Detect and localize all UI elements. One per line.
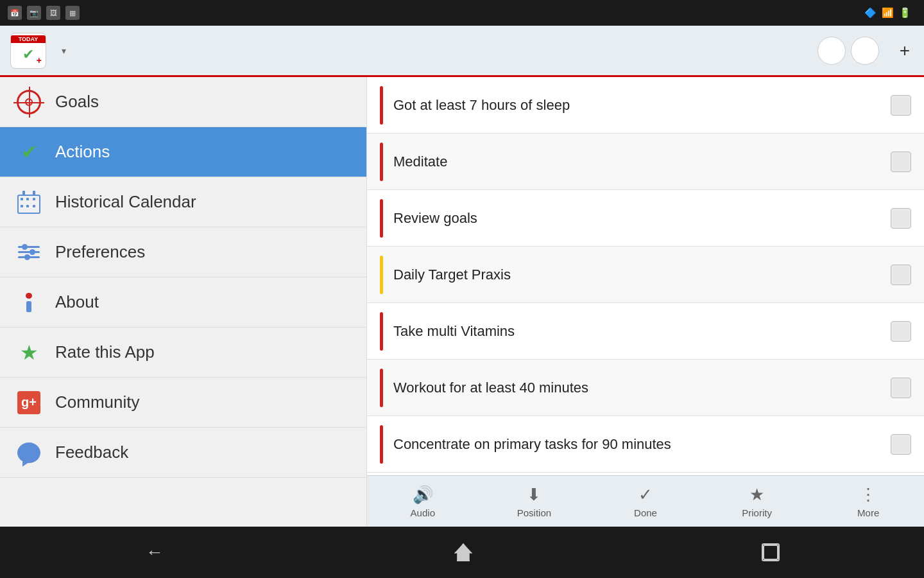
wifi-icon: 📶 bbox=[882, 7, 894, 19]
toolbar-item-done[interactable]: ✓Done bbox=[590, 480, 701, 523]
actions-icon: ✔ bbox=[15, 139, 42, 166]
add-plus-icon: + bbox=[900, 40, 910, 61]
action-text: Got at least 7 hours of sleep bbox=[393, 97, 891, 114]
action-item[interactable]: Meditate bbox=[367, 134, 924, 190]
action-text: Workout for at least 40 minutes bbox=[393, 380, 891, 396]
about-icon bbox=[15, 289, 42, 316]
action-list: Got at least 7 hours of sleepMeditateRev… bbox=[367, 77, 924, 475]
action-checkbox[interactable] bbox=[891, 152, 911, 172]
badge-count-1 bbox=[817, 37, 846, 65]
priority-bar bbox=[380, 86, 383, 125]
sidebar-label-goals: Goals bbox=[55, 92, 99, 112]
priority-bar bbox=[380, 312, 383, 351]
bluetooth-icon: 🔷 bbox=[864, 7, 877, 19]
back-button[interactable]: ← bbox=[146, 542, 164, 563]
logo-plus-icon: + bbox=[37, 55, 42, 66]
goals-icon bbox=[15, 89, 42, 116]
sidebar-item-rate-this-app[interactable]: ★ Rate this App bbox=[0, 328, 366, 378]
action-item[interactable]: Review goals bbox=[367, 190, 924, 247]
sidebar-label-community: Community bbox=[55, 392, 139, 412]
action-checkbox[interactable] bbox=[891, 208, 911, 229]
priority-bar bbox=[380, 256, 383, 294]
calendar-icon bbox=[15, 189, 42, 216]
sidebar-label-actions: Actions bbox=[55, 142, 110, 162]
position-label: Position bbox=[517, 507, 551, 518]
action-checkbox[interactable] bbox=[891, 95, 911, 116]
action-text: Take multi Vitamins bbox=[393, 323, 891, 340]
audio-label: Audio bbox=[411, 507, 435, 518]
action-checkbox[interactable] bbox=[891, 378, 911, 398]
action-text: Review goals bbox=[393, 210, 891, 227]
audio-icon: 🔊 bbox=[413, 485, 433, 505]
home-button[interactable] bbox=[454, 543, 472, 561]
sidebar-item-feedback[interactable]: Feedback bbox=[0, 428, 366, 478]
more-icon: ⋮ bbox=[860, 485, 877, 505]
action-item[interactable]: Workout for at least 40 minutes bbox=[367, 360, 924, 416]
bottom-toolbar: 🔊Audio⬇Position✓Done★Priority⋮More bbox=[367, 475, 924, 527]
day-dropdown-arrow[interactable]: ▾ bbox=[62, 46, 66, 56]
badge-count-2 bbox=[851, 37, 879, 65]
toolbar-item-more[interactable]: ⋮More bbox=[812, 480, 924, 523]
app-icon-4: ▦ bbox=[65, 6, 80, 20]
action-item[interactable]: Concentrate on primary tasks for 90 minu… bbox=[367, 416, 924, 473]
action-checkbox[interactable] bbox=[891, 434, 911, 455]
status-bar: 📅 📷 🖼 ▦ 🔷 📶 🔋 bbox=[0, 0, 924, 26]
sidebar-item-community[interactable]: g+ Community bbox=[0, 378, 366, 428]
recents-icon bbox=[763, 545, 778, 560]
sidebar-item-goals[interactable]: Goals bbox=[0, 77, 366, 127]
action-checkbox[interactable] bbox=[891, 265, 911, 285]
sidebar-label-historical-calendar: Historical Calendar bbox=[55, 192, 196, 212]
sidebar-label-rate-this-app: Rate this App bbox=[55, 342, 155, 362]
back-icon: ← bbox=[146, 542, 164, 563]
star-icon: ★ bbox=[15, 339, 42, 366]
badge-container bbox=[817, 37, 879, 65]
add-button[interactable]: + bbox=[900, 40, 914, 61]
toolbar-item-audio[interactable]: 🔊Audio bbox=[367, 480, 479, 523]
preferences-icon bbox=[15, 239, 42, 266]
position-icon: ⬇ bbox=[527, 485, 541, 505]
app-logo: TODAY ✔ + bbox=[10, 33, 46, 69]
nav-bar: ← bbox=[0, 527, 924, 578]
more-label: More bbox=[857, 507, 879, 518]
action-text: Daily Target Praxis bbox=[393, 267, 891, 283]
app-icon-3: 🖼 bbox=[46, 6, 60, 20]
battery-icon: 🔋 bbox=[899, 7, 911, 19]
action-item[interactable]: Take multi Vitamins bbox=[367, 303, 924, 360]
status-left-icons: 📅 📷 🖼 ▦ bbox=[8, 6, 80, 20]
app-icon-1: 📅 bbox=[8, 6, 22, 20]
app-icon-2: 📷 bbox=[27, 6, 41, 20]
done-label: Done bbox=[634, 507, 657, 518]
sidebar-label-about: About bbox=[55, 292, 99, 312]
action-item[interactable]: Got at least 7 hours of sleep bbox=[367, 77, 924, 134]
priority-bar bbox=[380, 369, 383, 407]
recents-button[interactable] bbox=[763, 545, 778, 560]
toolbar-item-priority[interactable]: ★Priority bbox=[701, 480, 813, 523]
action-text: Concentrate on primary tasks for 90 minu… bbox=[393, 436, 891, 453]
sidebar-item-about[interactable]: About bbox=[0, 277, 366, 328]
done-icon: ✓ bbox=[638, 485, 653, 505]
priority-bar bbox=[380, 425, 383, 464]
logo-checkmark-icon: ✔ bbox=[22, 46, 34, 63]
status-right-icons: 🔷 📶 🔋 bbox=[864, 7, 916, 19]
home-icon bbox=[454, 543, 472, 561]
sidebar: Goals ✔ Actions Historical Calendar bbox=[0, 77, 367, 527]
priority-icon: ★ bbox=[749, 485, 764, 505]
sidebar-item-preferences[interactable]: Preferences bbox=[0, 227, 366, 277]
sidebar-label-preferences: Preferences bbox=[55, 242, 145, 262]
priority-label: Priority bbox=[742, 507, 772, 518]
priority-bar bbox=[380, 143, 383, 181]
priority-bar bbox=[380, 199, 383, 238]
logo-today-label: TODAY bbox=[11, 35, 46, 43]
action-checkbox[interactable] bbox=[891, 321, 911, 342]
top-bar: TODAY ✔ + ▾ + bbox=[0, 26, 924, 77]
action-text: Meditate bbox=[393, 153, 891, 170]
sidebar-item-historical-calendar[interactable]: Historical Calendar bbox=[0, 177, 366, 227]
gplus-icon: g+ bbox=[15, 389, 42, 416]
main-content: Goals ✔ Actions Historical Calendar bbox=[0, 77, 924, 527]
sidebar-item-actions[interactable]: ✔ Actions bbox=[0, 127, 366, 177]
action-item[interactable]: Daily Target Praxis bbox=[367, 247, 924, 303]
sidebar-label-feedback: Feedback bbox=[55, 442, 128, 462]
feedback-icon bbox=[15, 439, 42, 466]
toolbar-item-position[interactable]: ⬇Position bbox=[479, 480, 590, 523]
action-panel: Got at least 7 hours of sleepMeditateRev… bbox=[367, 77, 924, 527]
